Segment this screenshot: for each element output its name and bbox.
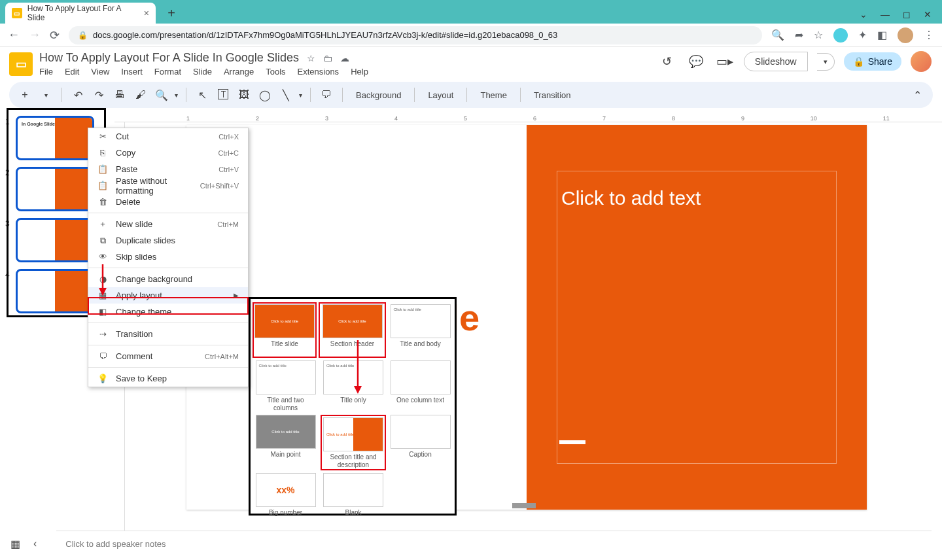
menu-file[interactable]: File xyxy=(39,67,53,77)
slideshow-button[interactable]: Slideshow xyxy=(744,52,808,71)
doc-title[interactable]: How To Apply Layout For A Slide In Googl… xyxy=(39,51,299,65)
ctx-duplicate[interactable]: ⧉Duplicate slides xyxy=(88,232,248,249)
share-button[interactable]: 🔒Share xyxy=(844,52,901,71)
shape-icon[interactable]: ◯ xyxy=(257,87,273,103)
minimize-icon[interactable]: — xyxy=(881,9,890,20)
textbox-icon[interactable]: 🅃 xyxy=(215,87,231,103)
image-icon[interactable]: 🖼 xyxy=(236,87,252,103)
ctx-cut[interactable]: ✂CutCtrl+X xyxy=(88,128,248,145)
slide-thumbnail[interactable] xyxy=(16,269,94,313)
layout-caption[interactable] xyxy=(391,415,451,449)
text-placeholder-box[interactable]: Click to add text xyxy=(557,171,837,464)
slides-logo-icon[interactable]: ▭ xyxy=(9,52,33,76)
ctx-delete[interactable]: 🗑Delete xyxy=(88,194,248,210)
layout-label: Title only xyxy=(340,396,366,412)
layout-section-title-description[interactable]: Click to add title xyxy=(323,417,383,451)
slideshow-dropdown[interactable]: ▾ xyxy=(817,53,835,71)
layout-one-column[interactable] xyxy=(391,360,451,394)
ruler-tick: 6 xyxy=(533,115,536,122)
zoom-icon[interactable]: 🔍 xyxy=(771,29,784,41)
zoom-icon[interactable]: 🔍 xyxy=(154,87,169,103)
ctx-copy[interactable]: ⎘CopyCtrl+C xyxy=(88,145,248,161)
extension-icon[interactable] xyxy=(833,28,848,43)
menu-extensions[interactable]: Extensions xyxy=(298,67,340,77)
zoom-dd[interactable]: ▾ xyxy=(175,92,178,99)
menu-edit[interactable]: Edit xyxy=(65,67,79,77)
ctx-transition[interactable]: ⇢Transition xyxy=(88,326,248,342)
reload-icon[interactable]: ⟳ xyxy=(50,28,60,43)
layout-blank[interactable] xyxy=(323,473,383,507)
menu-format[interactable]: Format xyxy=(154,67,181,77)
comments-icon[interactable]: 💬 xyxy=(686,52,706,71)
slide-thumbnail[interactable] xyxy=(16,167,94,211)
ctx-label: Comment xyxy=(116,351,152,361)
line-icon[interactable]: ╲ xyxy=(278,87,294,103)
print-icon[interactable]: 🖶 xyxy=(112,87,128,103)
ctx-apply-layout[interactable]: ▦Apply layout▶ xyxy=(88,287,248,304)
undo-icon[interactable]: ↶ xyxy=(70,87,86,103)
back-icon[interactable]: ← xyxy=(8,28,20,42)
layout-button[interactable]: Layout xyxy=(423,90,459,100)
collapse-icon[interactable]: ⌃ xyxy=(909,87,925,103)
extensions-icon[interactable]: ✦ xyxy=(858,29,867,41)
layout-title-two-columns[interactable]: Click to add title xyxy=(256,360,316,394)
redo-icon[interactable]: ↷ xyxy=(91,87,107,103)
layout-main-point[interactable]: Click to add title xyxy=(256,415,316,449)
ctx-paste-without-formatting[interactable]: 📋Paste without formattingCtrl+Shift+V xyxy=(88,177,248,194)
menu-help[interactable]: Help xyxy=(351,67,368,77)
ctx-label: Change background xyxy=(116,274,192,284)
menu-tools[interactable]: Tools xyxy=(266,67,285,77)
dropdown-icon[interactable]: ▾ xyxy=(38,87,54,103)
slide-thumbnail[interactable]: In Google Slides xyxy=(16,116,94,160)
transition-button[interactable]: Transition xyxy=(529,90,576,100)
layout-big-number[interactable]: xx% xyxy=(256,473,316,507)
move-icon[interactable]: 🗀 xyxy=(323,53,332,63)
line-dd[interactable]: ▾ xyxy=(299,92,302,99)
menu-slide[interactable]: Slide xyxy=(193,67,212,77)
slide-right-panel: Click to add text xyxy=(527,125,867,510)
share-page-icon[interactable]: ➦ xyxy=(795,29,803,41)
explore-icon[interactable]: ‹ xyxy=(33,538,37,550)
close-window-icon[interactable]: ✕ xyxy=(924,9,932,20)
grid-view-icon[interactable]: ▦ xyxy=(10,538,20,550)
speaker-notes[interactable]: Click to add speaker notes xyxy=(56,531,932,557)
ctx-paste[interactable]: 📋PasteCtrl+V xyxy=(88,161,248,177)
close-tab-icon[interactable]: × xyxy=(144,8,149,18)
new-tab-button[interactable]: + xyxy=(162,4,181,22)
menu-insert[interactable]: Insert xyxy=(121,67,143,77)
bookmark-icon[interactable]: ☆ xyxy=(814,29,823,41)
select-icon[interactable]: ↖ xyxy=(194,87,210,103)
chevron-down-icon[interactable]: ⌄ xyxy=(860,9,867,20)
menu-view[interactable]: View xyxy=(91,67,109,77)
maximize-icon[interactable]: ◻ xyxy=(903,9,911,20)
url-input[interactable]: 🔒 docs.google.com/presentation/d/1zIDTAF… xyxy=(69,26,762,44)
ctx-new-slide[interactable]: +New slideCtrl+M xyxy=(88,216,248,232)
ctx-save-keep[interactable]: 💡Save to Keep xyxy=(88,370,248,387)
profile-avatar[interactable] xyxy=(898,27,913,43)
present-icon[interactable]: ▭▸ xyxy=(715,52,735,71)
ctx-change-theme[interactable]: ◧Change theme xyxy=(88,304,248,320)
star-icon[interactable]: ☆ xyxy=(307,53,315,63)
history-icon[interactable]: ↺ xyxy=(657,52,677,71)
forward-icon[interactable]: → xyxy=(29,28,41,42)
menu-arrange[interactable]: Arrange xyxy=(224,67,254,77)
layout-section-header[interactable]: Click to add title xyxy=(323,304,383,338)
layout-thumb-text: Click to add title xyxy=(326,432,354,436)
theme-button[interactable]: Theme xyxy=(475,90,512,100)
user-avatar[interactable] xyxy=(911,51,932,72)
slide-thumbnail[interactable] xyxy=(16,218,94,262)
layout-title-and-body[interactable]: Click to add title xyxy=(391,304,451,338)
browser-tab[interactable]: ▭ How To Apply Layout For A Slide × xyxy=(5,3,156,24)
cloud-icon[interactable]: ☁ xyxy=(340,53,349,63)
comment-add-icon[interactable]: 🗩 xyxy=(319,87,334,103)
ctx-change-background[interactable]: ◑Change background xyxy=(88,271,248,287)
kebab-menu-icon[interactable]: ⋮ xyxy=(924,29,934,41)
sidepanel-icon[interactable]: ◧ xyxy=(877,29,887,41)
layout-title-slide[interactable]: Click to add title xyxy=(254,304,315,338)
ctx-skip[interactable]: 👁Skip slides xyxy=(88,249,248,265)
paint-icon[interactable]: 🖌 xyxy=(133,87,148,103)
new-slide-icon[interactable]: + xyxy=(17,87,33,103)
share-label: Share xyxy=(868,56,892,67)
background-button[interactable]: Background xyxy=(351,90,406,100)
ctx-comment[interactable]: 🗩CommentCtrl+Alt+M xyxy=(88,348,248,364)
